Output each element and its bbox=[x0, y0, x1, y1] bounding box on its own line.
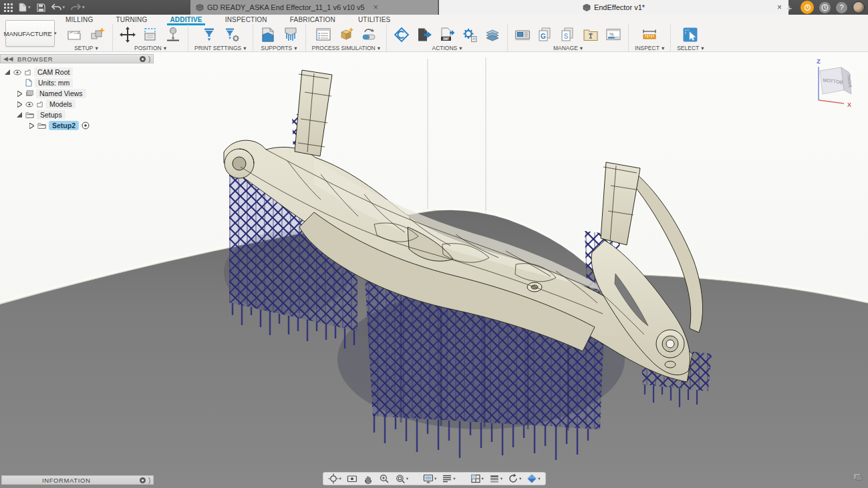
tree-item-label[interactable]: Models bbox=[46, 99, 76, 109]
redo-icon[interactable]: ▾ bbox=[71, 3, 85, 11]
tree-item-label[interactable]: Setups bbox=[37, 110, 65, 119]
job-status-icon[interactable] bbox=[801, 1, 814, 14]
tree-item-cam-root[interactable]: CAM Root bbox=[0, 67, 154, 77]
simulation-settings-icon[interactable] bbox=[315, 26, 332, 43]
pan-icon[interactable] bbox=[363, 473, 374, 484]
measure-icon[interactable] bbox=[641, 26, 658, 43]
visual-style-icon[interactable]: ▾ bbox=[527, 473, 540, 484]
tab-additive[interactable]: ADDITIVE bbox=[168, 15, 203, 25]
export-3mf-icon[interactable]: 3MF bbox=[438, 26, 456, 43]
machine-settings-icon[interactable] bbox=[461, 26, 478, 43]
tree-item-models[interactable]: Models bbox=[0, 99, 154, 109]
expanded-arrow-icon[interactable] bbox=[16, 112, 23, 117]
group-label-manage[interactable]: MANAGE▾ bbox=[553, 45, 583, 51]
help-icon[interactable]: ? bbox=[836, 2, 847, 13]
flyout-handle-icon[interactable]: ) bbox=[148, 55, 151, 63]
move-icon[interactable] bbox=[119, 26, 136, 43]
toolpath-layers-icon[interactable] bbox=[484, 26, 501, 43]
display-toggle-icon[interactable] bbox=[140, 477, 146, 483]
new-setup-icon[interactable] bbox=[66, 26, 84, 43]
select-icon[interactable] bbox=[682, 26, 699, 43]
tab-inspection[interactable]: INSPECTION bbox=[224, 15, 269, 25]
export-icon[interactable] bbox=[416, 26, 433, 43]
generate-icon[interactable] bbox=[393, 26, 410, 43]
chevron-down-icon: ▾ bbox=[378, 45, 380, 51]
tree-item-setup2[interactable]: Setup2 bbox=[0, 120, 154, 131]
tab-fabrication[interactable]: FABRICATION bbox=[289, 15, 337, 25]
browser-header[interactable]: ◀◀ BROWSER ) bbox=[0, 54, 154, 63]
zoom-icon[interactable] bbox=[379, 473, 390, 484]
simulation-compare-icon[interactable] bbox=[360, 26, 378, 43]
arrange-icon[interactable] bbox=[142, 26, 159, 43]
setup-component-icon[interactable] bbox=[89, 26, 106, 43]
layers-icon[interactable]: ▾ bbox=[489, 473, 502, 484]
simulation-model-icon[interactable] bbox=[337, 26, 355, 43]
gcode-editor-icon[interactable]: G bbox=[537, 26, 554, 43]
fit-icon[interactable]: ▾ bbox=[395, 473, 408, 484]
script-editor-icon[interactable]: S bbox=[559, 26, 577, 43]
place-on-platform-icon[interactable] bbox=[164, 26, 182, 43]
collapse-panel-icon[interactable]: ◀◀ bbox=[3, 55, 13, 62]
display-toggle-icon[interactable] bbox=[140, 56, 146, 62]
volume-support-icon[interactable] bbox=[259, 26, 277, 43]
flyout-handle-icon[interactable]: ) bbox=[148, 476, 151, 484]
group-label-process-simulation[interactable]: PROCESS SIMULATION▾ bbox=[312, 45, 381, 51]
group-manage: G S % MANAGE▾ bbox=[508, 25, 629, 52]
active-setup-target-icon[interactable] bbox=[82, 121, 90, 130]
information-panel-header[interactable]: INFORMATION ) bbox=[1, 475, 154, 485]
new-tab-button[interactable]: + bbox=[783, 2, 795, 13]
notifications-icon[interactable] bbox=[819, 2, 831, 13]
group-label-supports[interactable]: SUPPORTS▾ bbox=[261, 45, 297, 51]
visibility-eye-icon[interactable] bbox=[25, 101, 33, 107]
avatar[interactable] bbox=[853, 1, 865, 13]
feedback-panel-icon[interactable] bbox=[853, 472, 863, 484]
file-menu-icon[interactable]: ▾ bbox=[19, 3, 31, 12]
tree-item-label-selected[interactable]: Setup2 bbox=[49, 121, 79, 130]
chevron-down-icon: ▾ bbox=[294, 45, 297, 51]
group-label-position[interactable]: POSITION▾ bbox=[134, 45, 166, 51]
group-label-print-settings[interactable]: PRINT SETTINGS▾ bbox=[194, 45, 247, 51]
workspace-selector[interactable]: MANUFACTURE ▾ bbox=[5, 20, 55, 47]
print-settings-icon[interactable] bbox=[200, 26, 218, 43]
tree-item-units[interactable]: Units: mm bbox=[0, 77, 154, 88]
collapsed-arrow-icon[interactable] bbox=[16, 101, 23, 107]
print-settings-manage-icon[interactable] bbox=[223, 26, 241, 43]
expanded-arrow-icon[interactable] bbox=[4, 69, 11, 75]
viewcube[interactable]: Z X BOTTOM RIGHT bbox=[803, 56, 863, 113]
undo-icon[interactable]: ▾ bbox=[51, 3, 65, 11]
ribbon: MANUFACTURE ▾ MILLING TURNING ADDITIVE I… bbox=[0, 15, 868, 52]
display-settings-icon[interactable]: ▾ bbox=[423, 473, 436, 484]
visibility-eye-icon[interactable] bbox=[13, 69, 21, 75]
save-icon[interactable] bbox=[37, 3, 45, 12]
collapsed-arrow-icon[interactable] bbox=[28, 123, 35, 129]
collapsed-arrow-icon[interactable] bbox=[16, 91, 23, 97]
look-at-icon[interactable] bbox=[347, 473, 357, 484]
tree-item-label[interactable]: Named Views bbox=[36, 89, 86, 98]
close-icon[interactable]: × bbox=[374, 3, 378, 12]
tree-item-named-views[interactable]: Named Views bbox=[0, 88, 154, 99]
close-icon[interactable]: × bbox=[777, 3, 782, 12]
group-label-actions[interactable]: ACTIONS▾ bbox=[432, 45, 462, 51]
task-manager-icon[interactable]: % bbox=[605, 26, 622, 43]
tree-item-setups[interactable]: Setups bbox=[0, 109, 154, 120]
app-grid-icon[interactable] bbox=[4, 3, 13, 12]
tree-item-label[interactable]: CAM Root bbox=[34, 67, 73, 77]
browser-panel: ◀◀ BROWSER ) CAM Root Units: mm Named Vi… bbox=[0, 54, 154, 131]
bar-support-icon[interactable] bbox=[282, 26, 299, 43]
group-label-inspect[interactable]: INSPECT▾ bbox=[635, 45, 664, 51]
document-tab-active[interactable]: EndEffector v1* × bbox=[439, 0, 788, 15]
grid-and-snaps-icon[interactable]: ▾ bbox=[442, 473, 455, 484]
refresh-icon[interactable]: ▾ bbox=[508, 473, 521, 484]
tab-utilities[interactable]: UTILITIES bbox=[357, 15, 392, 25]
viewports-icon[interactable]: ▾ bbox=[470, 473, 484, 484]
document-tab-inactive[interactable]: GD READY_ASKA End Effector_11_1 v6 v10 v… bbox=[190, 0, 438, 15]
orbit-icon[interactable]: ▾ bbox=[327, 473, 341, 484]
group-label-select[interactable]: SELECT▾ bbox=[677, 45, 704, 51]
tab-turning[interactable]: TURNING bbox=[114, 15, 148, 25]
machine-library-icon[interactable] bbox=[514, 26, 531, 43]
tab-milling[interactable]: MILLING bbox=[64, 15, 94, 25]
group-label-setup[interactable]: SETUP▾ bbox=[74, 45, 98, 51]
post-library-icon[interactable] bbox=[582, 26, 599, 43]
tree-item-label[interactable]: Units: mm bbox=[35, 78, 73, 87]
chevron-down-icon: ▾ bbox=[54, 31, 57, 36]
